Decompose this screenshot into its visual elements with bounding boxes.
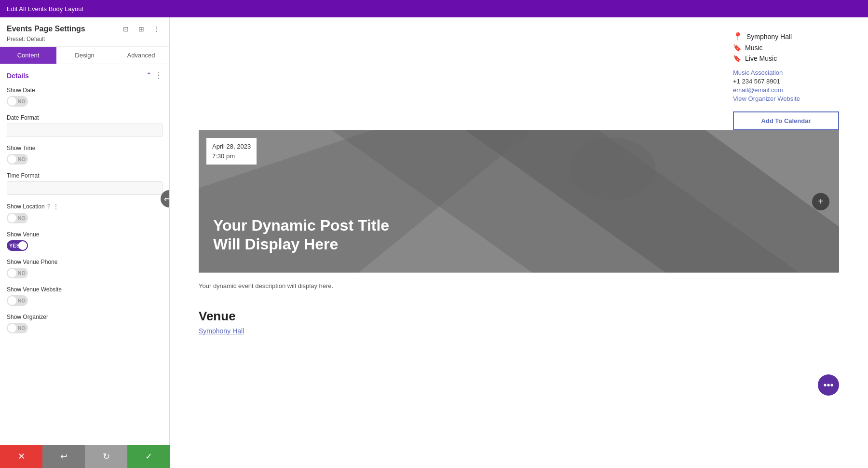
show-venue-label: Show Venue bbox=[7, 231, 39, 238]
sidebar: Events Page Settings ⊡ ⊞ ⋮ Preset: Defau… bbox=[0, 17, 170, 468]
columns-icon[interactable]: ⊞ bbox=[136, 23, 147, 35]
venue-section: Venue Symphony Hall bbox=[199, 309, 839, 335]
show-venue-website-toggle[interactable]: NO bbox=[7, 295, 28, 306]
event-date: April 28, 2023 bbox=[212, 142, 251, 151]
details-section-title: Details bbox=[7, 72, 29, 80]
event-info-sidebar: 📍 Symphony Hall 🔖 Music 🔖 Live Music Mus… bbox=[733, 32, 839, 130]
details-section-header: Details ⌃ ⋮ bbox=[0, 64, 169, 83]
sidebar-title: Events Page Settings bbox=[7, 25, 85, 33]
sidebar-tabs: Content Design Advanced bbox=[0, 47, 169, 64]
time-format-input[interactable] bbox=[7, 181, 163, 195]
save-icon: ✓ bbox=[145, 451, 152, 462]
event-description: Your dynamic event description will disp… bbox=[199, 282, 839, 289]
hero-background: April 28, 2023 7:30 pm Your Dynamic Post… bbox=[199, 130, 839, 273]
redo-icon: ↻ bbox=[103, 451, 110, 462]
tab-design[interactable]: Design bbox=[56, 47, 113, 64]
section-more-icon[interactable]: ⋮ bbox=[155, 71, 163, 80]
cancel-button[interactable]: ✕ bbox=[0, 445, 42, 468]
undo-button[interactable]: ↩ bbox=[42, 445, 85, 468]
category1-text: Music bbox=[745, 44, 763, 52]
cancel-icon: ✕ bbox=[18, 451, 25, 462]
date-format-input[interactable] bbox=[7, 124, 163, 137]
svg-point-4 bbox=[569, 138, 656, 200]
show-location-more-icon[interactable]: ⋮ bbox=[53, 203, 59, 210]
sidebar-header: Events Page Settings ⊡ ⊞ ⋮ Preset: Defau… bbox=[0, 17, 169, 47]
float-options-button[interactable]: ••• bbox=[818, 374, 839, 396]
show-date-label: Show Date bbox=[7, 87, 35, 94]
redo-button[interactable]: ↻ bbox=[85, 445, 127, 468]
show-venue-website-field: Show Venue Website NO bbox=[0, 282, 169, 310]
event-hero: April 28, 2023 7:30 pm Your Dynamic Post… bbox=[199, 130, 839, 273]
show-date-toggle[interactable]: NO bbox=[7, 96, 28, 107]
tab-advanced[interactable]: Advanced bbox=[113, 47, 169, 64]
show-venue-toggle[interactable]: YES bbox=[7, 240, 28, 251]
undo-icon: ↩ bbox=[60, 451, 68, 462]
collapse-icon[interactable]: ⌃ bbox=[146, 71, 152, 80]
show-organizer-label: Show Organizer bbox=[7, 314, 48, 320]
more-options-icon[interactable]: ⋮ bbox=[151, 23, 163, 35]
date-format-label: Date Format bbox=[7, 114, 39, 121]
venue-section-title: Venue bbox=[199, 309, 839, 324]
sidebar-preset: Preset: Default bbox=[7, 36, 163, 42]
show-organizer-field: Show Organizer NO bbox=[0, 310, 169, 337]
sidebar-content: Details ⌃ ⋮ Show Date NO bbox=[0, 64, 169, 468]
show-time-toggle[interactable]: NO bbox=[7, 154, 28, 165]
window-icon[interactable]: ⊡ bbox=[120, 23, 132, 35]
float-dots-icon: ••• bbox=[823, 380, 833, 391]
show-venue-phone-toggle[interactable]: NO bbox=[7, 268, 28, 278]
organizer-website-link[interactable]: View Organizer Website bbox=[733, 95, 839, 102]
organizer-links: Music Association +1 234 567 8901 email@… bbox=[733, 69, 839, 102]
category1-icon: 🔖 bbox=[733, 44, 741, 52]
event-time: 7:30 pm bbox=[212, 151, 251, 161]
show-venue-website-label: Show Venue Website bbox=[7, 286, 62, 293]
section-icons: ⌃ ⋮ bbox=[146, 71, 163, 80]
show-location-field: Show Location ? ⋮ NO bbox=[0, 199, 169, 227]
main-content: 📍 Symphony Hall 🔖 Music 🔖 Live Music Mus… bbox=[170, 17, 868, 468]
show-venue-field: Show Venue YES bbox=[0, 227, 169, 255]
show-organizer-toggle[interactable]: NO bbox=[7, 323, 28, 333]
show-time-label: Show Time bbox=[7, 145, 35, 151]
show-location-label: Show Location bbox=[7, 203, 45, 210]
show-venue-phone-field: Show Venue Phone NO bbox=[0, 255, 169, 282]
time-format-field: Time Format bbox=[0, 168, 169, 199]
location-text: Symphony Hall bbox=[746, 33, 792, 41]
category1-item: 🔖 Music bbox=[733, 44, 839, 52]
category2-text: Live Music bbox=[745, 55, 777, 62]
date-badge: April 28, 2023 7:30 pm bbox=[206, 138, 257, 165]
show-location-help-icon[interactable]: ? bbox=[47, 203, 51, 210]
tab-content[interactable]: Content bbox=[0, 47, 56, 64]
time-format-label: Time Format bbox=[7, 172, 40, 179]
organizer-name-link[interactable]: Music Association bbox=[733, 69, 839, 76]
venue-name-link[interactable]: Symphony Hall bbox=[199, 327, 244, 335]
location-item: 📍 Symphony Hall bbox=[733, 32, 839, 41]
top-bar-label: Edit All Events Body Layout bbox=[7, 5, 83, 13]
category2-icon: 🔖 bbox=[733, 55, 741, 62]
hero-title: Your Dynamic Post Title Will Display Her… bbox=[213, 216, 406, 253]
date-format-field: Date Format bbox=[0, 110, 169, 141]
top-bar: Edit All Events Body Layout bbox=[0, 0, 868, 17]
save-button[interactable]: ✓ bbox=[127, 445, 170, 468]
location-icon: 📍 bbox=[733, 32, 743, 41]
show-date-field: Show Date NO bbox=[0, 83, 169, 110]
show-venue-phone-label: Show Venue Phone bbox=[7, 259, 57, 265]
bottom-toolbar: ✕ ↩ ↻ ✓ bbox=[0, 445, 170, 468]
organizer-phone: +1 234 567 8901 bbox=[733, 78, 839, 85]
hero-add-button[interactable]: + bbox=[812, 193, 829, 210]
show-time-field: Show Time NO bbox=[0, 141, 169, 168]
show-location-toggle[interactable]: NO bbox=[7, 213, 28, 223]
organizer-email-link[interactable]: email@email.com bbox=[733, 86, 839, 94]
category2-item: 🔖 Live Music bbox=[733, 55, 839, 62]
add-to-calendar-button[interactable]: Add To Calendar bbox=[733, 111, 839, 130]
